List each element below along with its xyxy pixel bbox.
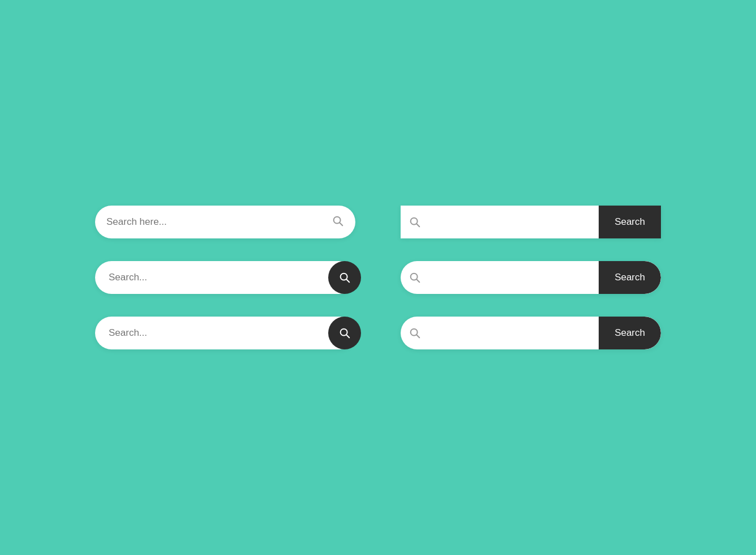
svg-line-7 <box>416 279 419 282</box>
svg-line-3 <box>416 224 419 227</box>
svg-line-11 <box>416 335 419 338</box>
search-icon-6 <box>401 327 429 339</box>
search-icon-5 <box>401 271 429 284</box>
search-input-3[interactable] <box>95 317 355 349</box>
search-button-5[interactable]: Search <box>599 261 661 294</box>
search-bar-6: Search <box>401 317 661 349</box>
search-button-2[interactable] <box>328 261 361 294</box>
search-bar-1 <box>95 206 355 238</box>
svg-line-1 <box>340 223 342 225</box>
search-bar-5: Search <box>401 261 661 294</box>
search-button-6[interactable]: Search <box>599 317 661 349</box>
search-input-4[interactable] <box>429 216 599 228</box>
search-bars-container: Search Search <box>72 183 684 372</box>
search-input-2[interactable] <box>95 261 355 294</box>
search-icon-4 <box>401 216 429 228</box>
search-input-5[interactable] <box>429 272 599 283</box>
search-input-6[interactable] <box>429 327 599 339</box>
search-button-4[interactable]: Search <box>599 206 661 238</box>
search-bar-4: Search <box>401 206 661 238</box>
search-bar-3 <box>95 317 355 349</box>
svg-line-9 <box>346 335 349 338</box>
search-button-3[interactable] <box>328 317 361 349</box>
search-input-1[interactable] <box>106 216 327 228</box>
svg-line-5 <box>346 279 349 282</box>
search-bar-2 <box>95 261 355 294</box>
search-icon-1 <box>332 215 344 230</box>
